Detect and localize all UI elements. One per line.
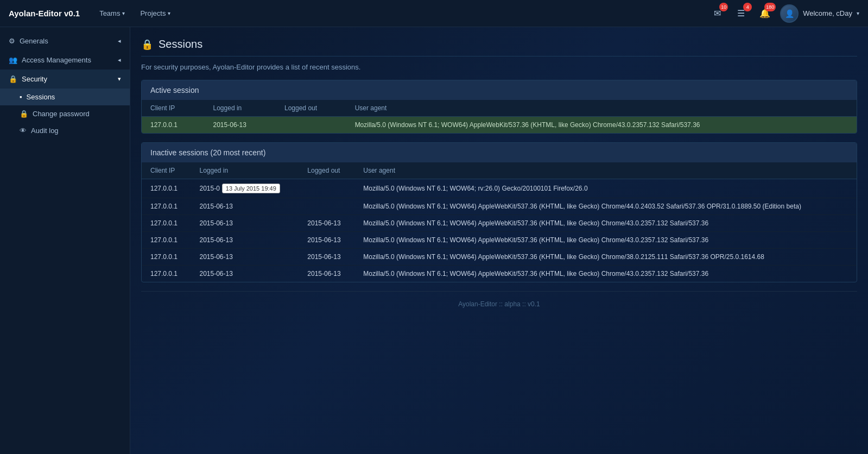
inactive-ip-5: 127.0.0.1: [142, 266, 191, 282]
eye-icon: 👁: [20, 127, 27, 135]
inactive-logged-in-3: 2015-06-13: [191, 232, 299, 249]
generals-chevron-icon: ◂: [118, 37, 121, 45]
bell-badge: 180: [764, 3, 776, 11]
col-user-agent: User agent: [346, 100, 857, 117]
inactive-logged-in-0: 2015-013 July 2015 19:49: [191, 179, 299, 198]
users-icon: 👥: [9, 56, 17, 64]
active-session-header: Active session: [142, 80, 857, 100]
table-row: 127.0.0.12015-06-132015-06-13Mozilla/5.0…: [142, 215, 857, 232]
sidebar-item-sessions[interactable]: ▪ Sessions: [0, 89, 130, 105]
page-header: 🔒 Sessions: [141, 38, 857, 56]
user-menu[interactable]: 👤 Welcome, cDay ▾: [780, 4, 859, 23]
inactive-logged-out-5: 2015-06-13: [299, 266, 354, 282]
table-row: 127.0.0.12015-013 July 2015 19:49Mozilla…: [142, 179, 857, 198]
inactive-ip-1: 127.0.0.1: [142, 198, 191, 215]
inactive-logged-in-4: 2015-06-13: [191, 249, 299, 266]
table-row: 127.0.0.12015-06-132015-06-13Mozilla/5.0…: [142, 249, 857, 266]
inactive-user-agent-1: Mozilla/5.0 (Windows NT 6.1; WOW64) Appl…: [354, 198, 857, 215]
inactive-ip-3: 127.0.0.1: [142, 232, 191, 249]
col-user-agent-2: User agent: [354, 162, 857, 179]
inactive-user-agent-3: Mozilla/5.0 (Windows NT 6.1; WOW64) Appl…: [354, 232, 857, 249]
brand: Ayolan-Editor v0.1: [9, 9, 80, 18]
inactive-ip-4: 127.0.0.1: [142, 249, 191, 266]
col-client-ip: Client IP: [142, 100, 205, 117]
inactive-logged-out-3: 2015-06-13: [299, 232, 354, 249]
bell-button[interactable]: 🔔 180: [756, 5, 774, 22]
inactive-logged-in-1: 2015-06-13: [191, 198, 299, 215]
teams-menu[interactable]: Teams ▾: [93, 6, 131, 21]
footer: Ayolan-Editor :: alpha :: v0.1: [141, 291, 857, 317]
sidebar: ⚙ Generals ◂ 👥 Access Managements ◂ 🔒 Se…: [0, 27, 130, 454]
inactive-logged-in-5: 2015-06-13: [191, 266, 299, 282]
inactive-sessions-header: Inactive sessions (20 most recent): [142, 143, 857, 162]
active-session-header-row: Client IP Logged in Logged out User agen…: [142, 100, 857, 117]
inactive-ip-2: 127.0.0.1: [142, 215, 191, 232]
inactive-sessions-section: Inactive sessions (20 most recent) Clien…: [141, 142, 857, 282]
security-chevron-icon: ▾: [118, 75, 121, 83]
envelope-button[interactable]: ✉ 10: [708, 5, 726, 22]
active-session-section: Active session Client IP Logged in Logge…: [141, 80, 857, 134]
sidebar-item-generals[interactable]: ⚙ Generals ◂: [0, 31, 130, 51]
sidebar-item-change-password[interactable]: 🔒 Change password: [0, 105, 130, 122]
main-layout: ⚙ Generals ◂ 👥 Access Managements ◂ 🔒 Se…: [0, 27, 868, 454]
inactive-session-header-row: Client IP Logged in Logged out User agen…: [142, 162, 857, 179]
welcome-text: Welcome, cDay: [803, 9, 852, 17]
projects-chevron-icon: ▾: [168, 10, 170, 16]
access-chevron-icon: ◂: [118, 56, 121, 64]
active-ip: 127.0.0.1: [142, 117, 205, 134]
list-button[interactable]: ☰ 4: [732, 5, 750, 22]
col-logged-out: Logged out: [276, 100, 346, 117]
projects-menu[interactable]: Projects ▾: [134, 6, 177, 21]
col-logged-in-2: Logged in: [191, 162, 299, 179]
envelope-badge: 10: [719, 3, 728, 11]
list-badge: 4: [743, 3, 752, 11]
teams-chevron-icon: ▾: [122, 10, 125, 16]
page-description: For security purposes, Ayolan-Editor pro…: [141, 63, 857, 71]
active-logged-out: [276, 117, 346, 134]
active-logged-in: 2015-06-13: [205, 117, 276, 134]
main-content: 🔒 Sessions For security purposes, Ayolan…: [130, 27, 868, 454]
lock-icon: 🔒: [9, 75, 17, 83]
page-lock-icon: 🔒: [141, 39, 153, 51]
navbar-right: ✉ 10 ☰ 4 🔔 180 👤 Welcome, cDay ▾: [708, 4, 859, 23]
table-row: 127.0.0.12015-06-13Mozilla/5.0 (Windows …: [142, 198, 857, 215]
col-client-ip-2: Client IP: [142, 162, 191, 179]
sessions-icon: ▪: [20, 93, 22, 101]
sidebar-item-audit-log[interactable]: 👁 Audit log: [0, 122, 130, 139]
active-user-agent: Mozilla/5.0 (Windows NT 6.1; WOW64) Appl…: [346, 117, 857, 134]
table-row: 127.0.0.12015-06-132015-06-13Mozilla/5.0…: [142, 232, 857, 249]
active-session-row: 127.0.0.1 2015-06-13 Mozilla/5.0 (Window…: [142, 117, 857, 134]
active-session-table: Client IP Logged in Logged out User agen…: [142, 100, 857, 133]
sidebar-item-security[interactable]: 🔒 Security ▾: [0, 70, 130, 89]
col-logged-out-2: Logged out: [299, 162, 354, 179]
col-logged-in: Logged in: [205, 100, 276, 117]
navbar-menu: Teams ▾ Projects ▾: [93, 6, 708, 21]
inactive-logged-out-1: [299, 198, 354, 215]
footer-text: Ayolan-Editor :: alpha :: v0.1: [458, 300, 540, 308]
tooltip-0: 13 July 2015 19:49: [222, 184, 280, 193]
inactive-logged-in-2: 2015-06-13: [191, 215, 299, 232]
inactive-user-agent-0: Mozilla/5.0 (Windows NT 6.1; WOW64; rv:2…: [354, 179, 857, 198]
avatar: 👤: [780, 4, 799, 23]
user-chevron-icon: ▾: [857, 10, 859, 16]
inactive-user-agent-2: Mozilla/5.0 (Windows NT 6.1; WOW64) Appl…: [354, 215, 857, 232]
sidebar-item-access[interactable]: 👥 Access Managements ◂: [0, 51, 130, 70]
table-row: 127.0.0.12015-06-132015-06-13Mozilla/5.0…: [142, 266, 857, 282]
inactive-logged-out-2: 2015-06-13: [299, 215, 354, 232]
gear-icon: ⚙: [9, 37, 15, 45]
inactive-sessions-table: Client IP Logged in Logged out User agen…: [142, 162, 857, 282]
inactive-logged-out-0: [299, 179, 354, 198]
inactive-ip-0: 127.0.0.1: [142, 179, 191, 198]
inactive-user-agent-4: Mozilla/5.0 (Windows NT 6.1; WOW64) Appl…: [354, 249, 857, 266]
inactive-user-agent-5: Mozilla/5.0 (Windows NT 6.1; WOW64) Appl…: [354, 266, 857, 282]
navbar: Ayolan-Editor v0.1 Teams ▾ Projects ▾ ✉ …: [0, 0, 868, 27]
inactive-logged-out-4: 2015-06-13: [299, 249, 354, 266]
password-lock-icon: 🔒: [20, 110, 28, 118]
page-title: Sessions: [159, 38, 202, 51]
